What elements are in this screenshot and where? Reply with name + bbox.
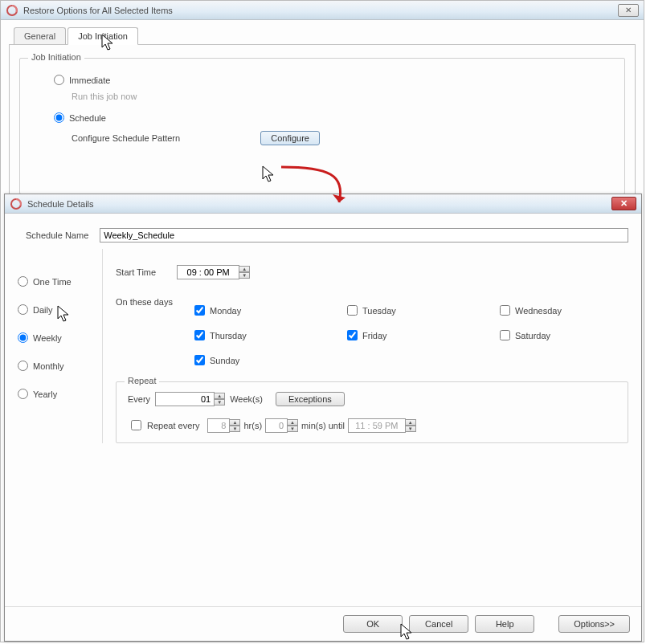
options-button[interactable]: Options>> <box>558 615 630 633</box>
mins-unit: min(s) until <box>301 421 345 430</box>
configure-pattern-label: Configure Schedule Pattern <box>72 133 180 143</box>
dialog-footer: OK Cancel Help Options>> <box>5 606 641 633</box>
mins-spinner[interactable]: ▲▼ <box>265 418 298 433</box>
hrs-spinner[interactable]: ▲▼ <box>207 418 240 433</box>
schedule-name-input[interactable] <box>100 228 628 243</box>
exceptions-button[interactable]: Exceptions <box>276 392 345 406</box>
cancel-button[interactable]: Cancel <box>409 615 468 633</box>
schedule-details-window: Schedule Details ✕ Schedule Name One Tim… <box>4 194 642 642</box>
schedule-name-label: Schedule Name <box>26 230 88 240</box>
spin-up-icon[interactable]: ▲ <box>214 393 225 399</box>
friday-label: Friday <box>362 331 387 340</box>
spin-down-icon[interactable]: ▼ <box>229 426 240 432</box>
one-time-label: One Time <box>33 277 72 287</box>
every-label: Every <box>128 394 150 404</box>
close-restore-button[interactable]: ✕ <box>618 4 639 17</box>
hrs-input <box>207 418 230 433</box>
tuesday-label: Tuesday <box>362 306 396 316</box>
spin-down-icon[interactable]: ▼ <box>287 426 298 432</box>
schedule-window-title: Schedule Details <box>27 199 611 209</box>
configure-button[interactable]: Configure <box>260 131 320 145</box>
until-spinner[interactable]: ▲▼ <box>348 418 416 433</box>
saturday-checkbox[interactable] <box>500 330 510 340</box>
job-initiation-legend: Job Initiation <box>28 52 84 62</box>
every-input[interactable] <box>155 392 215 406</box>
monthly-label: Monthly <box>33 361 64 371</box>
yearly-label: Yearly <box>33 389 57 399</box>
yearly-radio[interactable] <box>18 389 28 399</box>
mins-input <box>265 418 288 433</box>
every-spinner[interactable]: ▲▼ <box>155 392 225 406</box>
hrs-unit: hr(s) <box>243 421 262 430</box>
immediate-label: Immediate <box>69 75 110 85</box>
close-schedule-button[interactable]: ✕ <box>611 197 636 210</box>
monthly-radio[interactable] <box>18 361 28 371</box>
app-icon <box>6 4 18 17</box>
repeat-fieldset: Repeat Every ▲▼ Week(s) Exceptions Repea… <box>116 381 628 443</box>
one-time-radio[interactable] <box>18 276 28 287</box>
spin-up-icon[interactable]: ▲ <box>239 266 250 272</box>
tab-general[interactable]: General <box>14 27 66 44</box>
spin-down-icon[interactable]: ▼ <box>239 272 250 279</box>
repeat-every-checkbox[interactable] <box>131 420 141 430</box>
daily-radio[interactable] <box>18 304 28 315</box>
start-time-input[interactable] <box>177 265 239 279</box>
saturday-label: Saturday <box>515 331 550 340</box>
repeat-every-label: Repeat every <box>147 421 199 430</box>
start-time-spinner[interactable]: ▲▼ <box>177 265 250 279</box>
immediate-hint: Run this job now <box>72 92 610 101</box>
start-time-label: Start Time <box>116 267 156 277</box>
schedule-radio[interactable] <box>54 112 64 123</box>
weekly-label: Weekly <box>33 333 62 343</box>
ok-button[interactable]: OK <box>343 615 403 633</box>
tabs-row: General Job Initiation <box>14 26 644 44</box>
monday-checkbox[interactable] <box>194 305 205 316</box>
app-icon <box>10 198 22 210</box>
spin-down-icon[interactable]: ▼ <box>405 426 416 432</box>
weekly-radio[interactable] <box>18 332 28 343</box>
sunday-checkbox[interactable] <box>194 355 205 365</box>
days-label: On these days <box>116 297 174 370</box>
spin-up-icon[interactable]: ▲ <box>287 419 298 426</box>
wednesday-checkbox[interactable] <box>500 305 510 316</box>
tab-job-initiation[interactable]: Job Initiation <box>67 27 138 45</box>
friday-checkbox[interactable] <box>347 330 358 340</box>
repeat-legend: Repeat <box>125 376 159 385</box>
thursday-label: Thursday <box>210 331 247 340</box>
until-input <box>348 418 406 433</box>
monday-label: Monday <box>210 306 241 316</box>
job-initiation-fieldset: Job Initiation Immediate Run this job no… <box>19 58 625 194</box>
immediate-radio[interactable] <box>54 75 64 85</box>
spin-up-icon[interactable]: ▲ <box>229 419 240 426</box>
tuesday-checkbox[interactable] <box>347 305 358 316</box>
thursday-checkbox[interactable] <box>194 330 205 340</box>
help-button[interactable]: Help <box>475 615 534 633</box>
spin-down-icon[interactable]: ▼ <box>214 399 225 406</box>
wednesday-label: Wednesday <box>515 306 562 316</box>
spin-up-icon[interactable]: ▲ <box>405 419 416 426</box>
daily-label: Daily <box>33 305 52 315</box>
titlebar-restore: Restore Options for All Selected Items ✕ <box>1 1 644 20</box>
sunday-label: Sunday <box>210 356 239 365</box>
restore-window-title: Restore Options for All Selected Items <box>23 6 618 15</box>
frequency-radios: One Time Daily Weekly Monthly Yearly <box>18 249 89 443</box>
weeks-unit: Week(s) <box>230 394 263 404</box>
titlebar-schedule: Schedule Details ✕ <box>5 194 641 214</box>
schedule-label: Schedule <box>69 113 106 123</box>
